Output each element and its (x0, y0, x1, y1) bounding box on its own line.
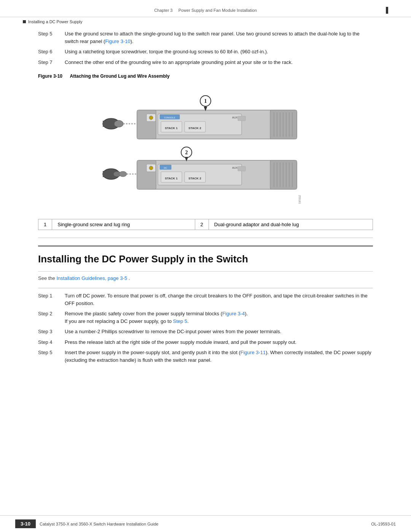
bottom-step-5-content: Insert the power supply in the power-sup… (65, 349, 373, 364)
footer-right: OL-19593-01 (371, 522, 396, 526)
see-also: See the Installation Guidelines, page 3-… (38, 271, 373, 281)
section-divider (38, 238, 373, 238)
bottom-step-3-content: Use a number-2 Phillips screwdriver to r… (65, 328, 373, 335)
figure-area: CONSOLE STACK 1 STACK 2 AUX (38, 83, 373, 212)
header-chapter: Chapter 3 Power Supply and Fan Module In… (145, 8, 266, 13)
sub-header: Installing a DC Power Supply (0, 17, 411, 26)
page-container: Chapter 3 Power Supply and Fan Module In… (0, 0, 411, 532)
footer-doc-title: Catalyst 3750-X and 3560-X Switch Hardwa… (40, 522, 158, 526)
figure-legend-table: 1 Single-ground screw and lug ring 2 Dua… (38, 219, 373, 230)
bottom-step-1-content: Turn off DC power. To ensure that power … (65, 292, 373, 307)
figure-3-4-link[interactable]: Figure 3-4 (222, 311, 245, 316)
bottom-step-4-label: Step 4 (38, 339, 65, 346)
figure-caption-num: Figure 3-10 (38, 73, 62, 79)
top-ground-lug (149, 116, 153, 120)
step-7-content: Connect the other end of the grounding w… (65, 59, 373, 66)
see-also-prefix: See the (38, 275, 55, 281)
bot-cable-body (103, 171, 114, 177)
step-6-label: Step 6 (38, 48, 65, 56)
footer-left: 3-10 Catalyst 3750-X and 3560-X Switch H… (15, 519, 158, 528)
top-aux-label: AUX (232, 116, 238, 119)
figure-caption-title: Attaching the Ground Lug and Wire Assemb… (70, 73, 170, 79)
figure-3-10-link[interactable]: Figure 3-10 (105, 38, 130, 44)
step-7-label: Step 7 (38, 59, 65, 66)
bottom-step-2-label: Step 2 (38, 310, 65, 325)
top-cable-body (103, 121, 114, 127)
bot-stack2-label: STACK 2 (188, 177, 201, 180)
callout-1-text: 1 (204, 98, 207, 104)
legend-num-1: 1 (38, 219, 52, 230)
footer-doc-code: OL-19593-01 (371, 522, 396, 526)
step-6-content: Using a ratcheting torque screwdriver, t… (65, 48, 373, 56)
top-console-text: CONSOLE (164, 117, 175, 119)
see-also-divider (38, 288, 373, 288)
bottom-step-row-2: Step 2 Remove the plastic safety cover f… (38, 310, 373, 325)
bot-usb (238, 166, 245, 171)
page-header: Chapter 3 Power Supply and Fan Module In… (0, 0, 411, 17)
bottom-step-2-content: Remove the plastic safety cover from the… (65, 310, 373, 325)
step-5-content: Use the ground screw to attach the singl… (65, 30, 373, 45)
legend-text-1: Single-ground screw and lug ring (52, 219, 195, 230)
bottom-step-4-content: Press the release latch at the right sid… (65, 339, 373, 346)
legend-num-2: 2 (195, 219, 209, 230)
see-also-suffix: . (129, 275, 130, 281)
legend-row-1: 1 Single-ground screw and lug ring 2 Dua… (38, 219, 373, 230)
bottom-step-row-1: Step 1 Turn off DC power. To ensure that… (38, 292, 373, 307)
step-5-label: Step 5 (38, 30, 65, 45)
bottom-step-row-4: Step 4 Press the release latch at the ri… (38, 339, 373, 346)
top-usb (238, 116, 245, 121)
top-connector (114, 120, 123, 127)
chapter-label: Chapter 3 (154, 8, 172, 13)
section-heading: Installing the DC Power Supply in the Sw… (38, 246, 373, 265)
breadcrumb-bullet (23, 20, 26, 23)
figure-diagram-svg: CONSOLE STACK 1 STACK 2 AUX (88, 83, 323, 212)
callout-2-text: 2 (185, 150, 188, 155)
bot-ground-lug (149, 166, 153, 170)
bottom-step-row-5: Step 5 Insert the power supply in the po… (38, 349, 373, 364)
installation-guidelines-link[interactable]: Installation Guidelines, page 3-5 (56, 275, 127, 281)
bottom-step-5-label: Step 5 (38, 349, 65, 364)
bottom-step-3-label: Step 3 (38, 328, 65, 335)
step-5-link[interactable]: Step 5 (173, 318, 187, 324)
step-row-7: Step 7 Connect the other end of the grou… (38, 59, 373, 66)
top-stack2-label: STACK 2 (188, 126, 201, 130)
bottom-step-row-3: Step 3 Use a number-2 Phillips screwdriv… (38, 328, 373, 335)
page-footer: 3-10 Catalyst 3750-X and 3560-X Switch H… (0, 515, 411, 532)
bot-aux-label: AUX (232, 166, 238, 169)
bot-stack1-label: STACK 1 (165, 177, 178, 180)
legend-text-2: Dual-ground adaptor and dual-hole lug (209, 219, 373, 230)
header-bar (386, 7, 388, 14)
figure-caption: Figure 3-10 Attaching the Ground Lug and… (38, 73, 373, 79)
page-number: 3-10 (15, 519, 36, 528)
bot-adapter-2 (119, 171, 127, 177)
header-title-text: Power Supply and Fan Module Installation (178, 8, 257, 13)
header-right (266, 7, 388, 14)
step-row-5: Step 5 Use the ground screw to attach th… (38, 30, 373, 45)
bottom-step-1-label: Step 1 (38, 292, 65, 307)
main-content: Step 5 Use the ground screw to attach th… (0, 26, 411, 515)
bottom-steps-section: Step 1 Turn off DC power. To ensure that… (38, 292, 373, 364)
top-steps-section: Step 5 Use the ground screw to attach th… (38, 30, 373, 66)
bot-dc-text: DC (164, 167, 167, 169)
breadcrumb-text: Installing a DC Power Supply (28, 19, 82, 24)
figure-3-11-link[interactable]: Figure 3-11 (241, 350, 266, 355)
step-row-6: Step 6 Using a ratcheting torque screwdr… (38, 48, 373, 56)
top-stack1-label: STACK 1 (165, 126, 178, 130)
diagram-id: 253161 (298, 195, 301, 204)
